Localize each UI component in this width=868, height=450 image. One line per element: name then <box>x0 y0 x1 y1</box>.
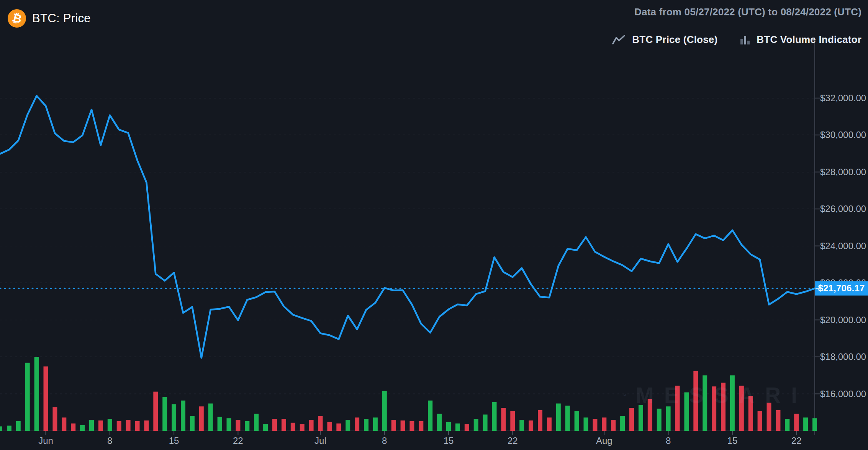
volume-bar <box>236 420 240 431</box>
x-axis-label: 22 <box>779 435 814 446</box>
bitcoin-icon: ₿ <box>8 9 26 28</box>
volume-bar <box>602 417 606 431</box>
volume-bar <box>190 416 195 431</box>
current-price-tag: $21,706.17 <box>815 281 868 296</box>
volume-bar <box>519 420 524 431</box>
volume-bar <box>89 420 94 431</box>
volume-bar <box>254 414 259 431</box>
page-title: BTC: Price <box>32 11 91 25</box>
volume-bar <box>748 396 753 431</box>
legend-item-volume[interactable]: BTC Volume Indicator <box>740 34 861 46</box>
volume-bar <box>556 404 561 431</box>
bar-chart-icon <box>740 34 751 45</box>
volume-bar <box>767 403 771 431</box>
volume-bar <box>758 411 762 431</box>
volume-bar <box>465 424 469 431</box>
volume-bar <box>575 411 579 431</box>
volume-bar <box>785 419 789 431</box>
volume-bar <box>812 418 817 431</box>
legend: BTC Price (Close) BTC Volume Indicator <box>612 34 861 46</box>
volume-bar <box>611 420 616 431</box>
volume-bar <box>510 411 515 431</box>
volume-bar <box>492 402 497 431</box>
volume-bar <box>126 420 131 431</box>
y-axis-label: $20,000.00 <box>820 315 866 325</box>
volume-bar <box>309 420 314 431</box>
volume-bar <box>721 383 726 431</box>
volume-bar <box>336 424 341 431</box>
volume-bar <box>657 409 662 431</box>
volume-bar <box>547 417 552 431</box>
y-axis-label: $18,000.00 <box>820 351 866 362</box>
x-axis-label: Jul <box>303 435 337 446</box>
volume-bar <box>648 399 652 431</box>
volume-bar <box>80 425 85 431</box>
volume-bar <box>181 401 185 431</box>
volume-bar <box>62 417 66 431</box>
legend-item-price[interactable]: BTC Price (Close) <box>612 34 717 46</box>
volume-bar <box>584 417 588 431</box>
x-axis-label: 15 <box>157 435 191 446</box>
volume-bar <box>373 417 378 431</box>
volume-bar <box>162 397 167 431</box>
x-axis-label: Aug <box>587 435 621 446</box>
legend-label: BTC Price (Close) <box>632 34 717 46</box>
x-axis-label: Jun <box>28 435 63 446</box>
x-axis-label: 22 <box>221 435 255 446</box>
volume-bar <box>7 426 11 431</box>
y-axis-label: $28,000.00 <box>820 167 866 177</box>
asset-brand: ₿ BTC: Price <box>8 9 91 28</box>
volume-bar <box>391 420 396 431</box>
volume-bar <box>16 421 21 431</box>
volume-bar <box>428 401 432 431</box>
volume-bar <box>483 415 488 431</box>
x-axis-label: 8 <box>367 435 402 446</box>
volume-bar <box>684 393 689 431</box>
volume-bar <box>208 404 213 431</box>
volume-bar <box>629 408 634 431</box>
volume-bar <box>529 420 533 431</box>
volume-bar <box>291 423 295 431</box>
header: ₿ BTC: Price Data from 05/27/2022 (UTC) … <box>0 0 868 37</box>
volume-bar <box>446 422 451 431</box>
volume-bar <box>300 424 305 431</box>
y-axis-label: $30,000.00 <box>820 130 866 140</box>
volume-bar <box>34 357 39 431</box>
volume-bar <box>98 420 103 431</box>
volume-bar <box>355 417 359 431</box>
y-axis-label: $32,000.00 <box>820 93 866 103</box>
volume-bar <box>639 405 643 431</box>
x-axis-label: 15 <box>431 435 466 446</box>
date-range-label: Data from 05/27/2022 (UTC) to 08/24/2022… <box>634 6 861 18</box>
x-axis-label: 8 <box>93 435 127 446</box>
volume-bar <box>419 421 423 431</box>
volume-bar <box>455 424 460 431</box>
volume-bar <box>501 408 506 431</box>
volume-bar <box>245 421 249 431</box>
volume-bar <box>620 416 625 431</box>
volume-bar <box>71 424 75 431</box>
volume-bar <box>593 419 597 431</box>
volume-bar <box>739 386 744 431</box>
price-chart[interactable] <box>0 0 868 450</box>
volume-bar <box>0 426 2 431</box>
volume-bar <box>346 420 350 431</box>
legend-label: BTC Volume Indicator <box>757 34 861 46</box>
volume-bar <box>382 391 387 431</box>
price-tag-tick <box>816 288 820 289</box>
x-axis-label: 15 <box>715 435 750 446</box>
volume-bar <box>117 421 121 431</box>
volume-bar <box>364 419 368 431</box>
y-axis-label: $16,000.00 <box>820 389 866 399</box>
volume-bar <box>135 421 140 431</box>
volume-bar <box>172 404 176 431</box>
volume-bar <box>52 407 57 431</box>
volume-bar <box>108 419 112 431</box>
volume-bar <box>401 420 405 431</box>
line-chart-icon <box>612 34 627 45</box>
volume-bar <box>794 414 799 431</box>
volume-bar <box>409 421 414 431</box>
x-axis-label: 22 <box>495 435 530 446</box>
y-axis-label: $24,000.00 <box>820 241 866 251</box>
volume-bar <box>703 375 707 431</box>
